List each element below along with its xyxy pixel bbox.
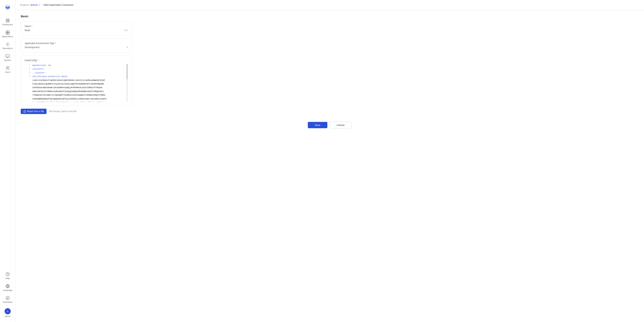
svg-rect-1 xyxy=(8,19,9,20)
svg-point-11 xyxy=(6,272,9,276)
admin-label: admin xyxy=(5,315,10,318)
page-content: Basic Name * 5/30 Applicable Environment… xyxy=(15,10,644,322)
svg-rect-2 xyxy=(6,21,7,22)
sidebar-item-label: Dashboard xyxy=(2,24,13,26)
language-icon xyxy=(6,284,10,288)
svg-rect-6 xyxy=(6,33,7,34)
kubeconfig-editor[interactable]: 1apiVersion: v12clusters:3- cluster:4 ce… xyxy=(25,64,128,102)
sidebar-item-users[interactable]: Users xyxy=(0,64,15,75)
code-line: YTNWaVpYSnVaWFJsY3pDQ0FTSXdEUVlKS29aQWh2… xyxy=(25,93,128,97)
code-line: LS0tLS1CRUdJTiBCRVJUSUZJQ0FURS0tLS0tCk1J… xyxy=(25,78,128,82)
action-row: Save Cancel xyxy=(21,122,639,136)
sidebar-item-operations[interactable]: Operations xyxy=(0,40,15,51)
file-icon xyxy=(24,110,26,113)
app-logo xyxy=(3,2,13,12)
users-icon xyxy=(6,66,10,70)
scrollbar[interactable] xyxy=(126,64,128,102)
env-type-field-card: Applicable Environment Type * Developmen… xyxy=(21,38,132,52)
code-line: UVFERXdcmRXSmwKY201bGRHVnpNQjRYRFRKek1EU… xyxy=(25,86,128,89)
code-line: 1apiVersion: v1 xyxy=(25,64,128,67)
kubeconfig-required: * xyxy=(38,59,38,62)
sidebar-item-label: Help xyxy=(5,277,10,280)
code-line: 9Gb1hEVE16TURReU1URXdOVFl6VGgZdmQZURVRNQ… xyxy=(25,90,128,93)
svg-rect-9 xyxy=(6,55,9,57)
file-hint: File format: yaml or text file xyxy=(49,110,76,113)
svg-rect-3 xyxy=(8,21,9,22)
sidebar-item-download[interactable]: Download xyxy=(0,294,15,305)
breadcrumb: Projects default / Edit Kubernetes Conne… xyxy=(20,4,74,6)
dashboard-icon xyxy=(6,18,10,22)
sidebar-item-admin[interactable]: A admin xyxy=(0,306,15,319)
env-type-value: Development xyxy=(25,46,40,49)
chevron-down-icon xyxy=(38,4,41,6)
sidebar-item-label: Download xyxy=(3,301,12,303)
sidebar: Dashboard Applications Operations xyxy=(0,0,15,322)
sidebar-item-label: System xyxy=(4,59,11,61)
scrollbar-thumb xyxy=(126,64,128,79)
sidebar-nav: Dashboard Applications Operations xyxy=(0,16,15,270)
sidebar-item-dashboard[interactable]: Dashboard xyxy=(0,16,15,28)
code-line: 4 certificate-authority-data: xyxy=(25,75,128,78)
breadcrumb-project-link[interactable]: default xyxy=(30,4,41,6)
download-icon xyxy=(6,296,10,300)
svg-rect-0 xyxy=(6,19,7,20)
sidebar-bottom: Help Language Download A admin xyxy=(0,270,15,320)
name-label: Name * xyxy=(25,25,128,28)
env-type-required: * xyxy=(55,42,56,45)
section-title: Basic xyxy=(21,14,639,18)
code-line: dnRVBBRENDQVFGdlQ0QnRUJBTFpjCm56b1c3RS84… xyxy=(25,97,128,100)
main-content: Projects default / Edit Kubernetes Conne… xyxy=(15,0,644,322)
sidebar-item-help[interactable]: Help xyxy=(0,270,15,281)
svg-rect-4 xyxy=(6,31,7,32)
name-input[interactable] xyxy=(25,29,124,32)
read-file-button[interactable]: Read from a file xyxy=(21,109,46,114)
svg-point-12 xyxy=(8,275,8,275)
sidebar-item-label: Users xyxy=(5,71,10,73)
env-type-field: Applicable Environment Type * Developmen… xyxy=(25,42,128,49)
kubeconfig-label: KubeConfig * xyxy=(25,59,128,62)
page-header: Projects default / Edit Kubernetes Conne… xyxy=(15,0,644,10)
sidebar-item-system[interactable]: System xyxy=(0,52,15,63)
sidebar-item-label: Language xyxy=(3,289,12,291)
svg-point-10 xyxy=(6,66,8,68)
save-button[interactable]: Save xyxy=(308,122,327,128)
kubeconfig-card: KubeConfig * 1apiVersion: v12clusters:3-… xyxy=(21,56,132,106)
svg-rect-5 xyxy=(8,31,9,32)
system-icon xyxy=(6,54,10,58)
name-field-card: Name * 5/30 xyxy=(21,21,132,35)
code-line: 2clusters: xyxy=(25,67,128,71)
code-lines: 1apiVersion: v12clusters:3- cluster:4 ce… xyxy=(25,64,128,102)
name-required: * xyxy=(32,25,32,28)
select-chevron-icon: ▾ xyxy=(126,46,128,49)
sidebar-item-label: Applications xyxy=(2,35,13,38)
breadcrumb-separator: / xyxy=(42,4,42,6)
sidebar-item-applications[interactable]: Applications xyxy=(0,28,15,40)
applications-icon xyxy=(6,30,10,34)
code-line: 3- cluster: xyxy=(25,71,128,74)
page-title: Edit Kubernetes Connector xyxy=(44,4,74,6)
sidebar-item-language[interactable]: Language xyxy=(0,282,15,293)
name-field: Name * 5/30 xyxy=(25,25,128,32)
code-line: ZmpRY0ETPE1lNlQQVYlWTnFDVlNpVmo4N1lwOlhY… xyxy=(25,101,128,102)
env-type-label: Applicable Environment Type * xyxy=(25,42,128,45)
file-row: Read from a file File format: yaml or te… xyxy=(21,109,132,114)
code-line: F3SUJBZ01CQURBTkJna3Foa2lHOXcwQkFRc0ZBRE… xyxy=(25,82,128,86)
help-icon xyxy=(6,272,10,276)
svg-rect-7 xyxy=(8,33,9,34)
avatar: A xyxy=(4,308,11,314)
svg-point-8 xyxy=(7,44,8,45)
char-count: 5/30 xyxy=(124,29,128,32)
cancel-button[interactable]: Cancel xyxy=(330,122,352,128)
operations-icon xyxy=(6,42,10,46)
breadcrumb-projects-label: Projects xyxy=(20,4,29,6)
sidebar-item-label: Operations xyxy=(2,47,13,50)
env-type-select[interactable]: Development ▾ xyxy=(25,46,128,49)
